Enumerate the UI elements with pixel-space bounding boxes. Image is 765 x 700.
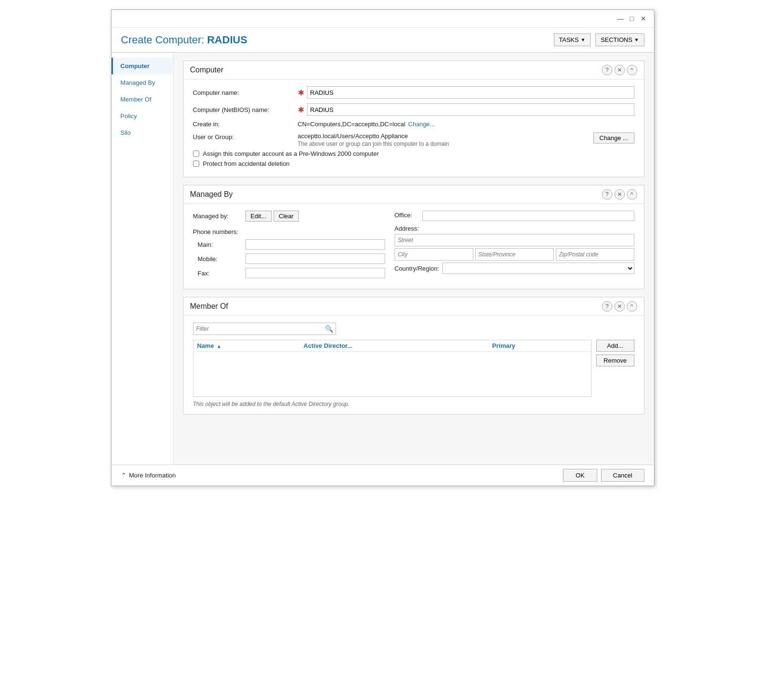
title-prefix: Create Computer:: [121, 34, 207, 46]
computer-name-label: Computer name:: [193, 89, 298, 96]
managed-by-section-body: Managed by: Edit... Clear Phone numbers:: [184, 204, 644, 289]
titlebar: — □ ✕: [112, 10, 654, 28]
phone-numbers-section: Phone numbers: Main: Mobile:: [193, 228, 385, 278]
computer-name-input[interactable]: [307, 86, 634, 99]
managed-by-edit-button[interactable]: Edit...: [245, 211, 272, 222]
country-select[interactable]: [442, 263, 634, 274]
phone-numbers-header: Phone numbers:: [193, 228, 385, 235]
main-phone-row: Main:: [193, 239, 385, 250]
checkbox2-row: Protect from accidental deletion: [193, 160, 634, 167]
computer-help-icon[interactable]: ?: [602, 65, 612, 75]
member-table: Name ▲ Active Director... Primary: [194, 340, 591, 352]
tasks-button[interactable]: TASKS ▼: [554, 33, 591, 46]
close-button[interactable]: ✕: [638, 13, 649, 24]
sidebar-item-silo[interactable]: Silo: [112, 124, 173, 141]
cancel-button[interactable]: Cancel: [601, 469, 644, 482]
managed-by-close-icon[interactable]: ✕: [614, 189, 625, 200]
mobile-phone-row: Mobile:: [193, 254, 385, 264]
member-of-help-icon[interactable]: ?: [602, 301, 612, 312]
more-info[interactable]: ⌃ More Information: [121, 472, 176, 479]
ok-button[interactable]: OK: [563, 469, 597, 482]
checkbox1-row: Assign this computer account as a Pre-Wi…: [193, 150, 634, 157]
create-in-value: CN=Computers,DC=acceptto,DC=local: [298, 121, 406, 128]
sections-label: SECTIONS: [601, 36, 632, 43]
office-input[interactable]: [422, 211, 634, 221]
computer-section-body: Computer name: ✱ Computer (NetBIOS) name…: [184, 80, 644, 177]
netbios-label: Computer (NetBIOS) name:: [193, 106, 298, 113]
tasks-label: TASKS: [559, 36, 579, 43]
main-phone-input[interactable]: [245, 239, 385, 250]
managed-by-label: Managed by:: [193, 213, 245, 220]
user-group-change-button[interactable]: Change ...: [593, 132, 634, 143]
phone-numbers-label: Phone numbers:: [193, 228, 245, 235]
member-of-section-body: 🔍 Name ▲: [184, 316, 644, 414]
footer: ⌃ More Information OK Cancel: [112, 465, 654, 486]
state-input[interactable]: [475, 248, 554, 261]
col-name-header[interactable]: Name ▲: [194, 340, 300, 352]
create-in-row: Create in: CN=Computers,DC=acceptto,DC=l…: [193, 121, 634, 128]
sections-button[interactable]: SECTIONS ▼: [595, 33, 644, 46]
member-note: This object will be added to the default…: [193, 401, 634, 407]
content-area: Computer ? ✕ ^ Computer name: ✱: [173, 53, 654, 465]
maximize-button[interactable]: □: [626, 13, 638, 24]
fax-row: Fax:: [193, 268, 385, 278]
sidebar-item-member-of[interactable]: Member Of: [112, 91, 173, 108]
managed-by-title: Managed By: [190, 190, 233, 199]
city-input[interactable]: [395, 248, 473, 261]
computer-close-icon[interactable]: ✕: [614, 65, 625, 75]
col-ad-header[interactable]: Active Director...: [300, 340, 489, 352]
user-group-value: acceptto.local/Users/Acceptto Appliance: [298, 132, 449, 140]
protect-checkbox[interactable]: [193, 161, 199, 167]
fax-input[interactable]: [245, 268, 385, 278]
computer-section: Computer ? ✕ ^ Computer name: ✱: [183, 61, 644, 177]
zip-input[interactable]: [556, 248, 634, 261]
pre-windows-label: Assign this computer account as a Pre-Wi…: [203, 150, 379, 157]
managed-by-section: Managed By ? ✕ ^ Managed by:: [183, 185, 644, 289]
computer-section-title: Computer: [190, 66, 224, 74]
member-of-section-header: Member Of ? ✕ ^: [184, 297, 644, 316]
sidebar-item-managed-by[interactable]: Managed By: [112, 74, 173, 91]
search-icon: 🔍: [325, 325, 333, 333]
sidebar-item-computer[interactable]: Computer: [112, 58, 173, 74]
mobile-phone-input[interactable]: [245, 254, 385, 264]
computer-section-icons: ? ✕ ^: [602, 65, 637, 75]
mobile-label: Mobile:: [193, 255, 245, 263]
country-label: Country/Region:: [395, 265, 442, 272]
address-section: Address: Country/Region:: [395, 225, 634, 274]
member-table-wrap: Name ▲ Active Director... Primary: [193, 340, 592, 397]
table-header-row: Name ▲ Active Director... Primary: [194, 340, 591, 352]
fax-label: Fax:: [193, 270, 245, 277]
pre-windows-checkbox[interactable]: [193, 151, 199, 157]
create-in-label: Create in:: [193, 121, 298, 128]
remove-button[interactable]: Remove: [596, 355, 634, 366]
managed-by-left: Managed by: Edit... Clear Phone numbers:: [193, 211, 395, 282]
create-in-change-link[interactable]: Change...: [408, 121, 435, 128]
sidebar: Computer Managed By Member Of Policy Sil…: [112, 53, 173, 465]
managed-by-collapse-icon[interactable]: ^: [627, 189, 637, 200]
col-primary-header[interactable]: Primary: [489, 340, 591, 352]
member-of-collapse-icon[interactable]: ^: [627, 301, 637, 312]
street-input[interactable]: [395, 234, 634, 246]
filter-input[interactable]: [193, 323, 336, 335]
user-group-row: User or Group: acceptto.local/Users/Acce…: [193, 132, 634, 147]
more-info-label: More Information: [129, 472, 176, 479]
managed-by-help-icon[interactable]: ?: [602, 189, 612, 200]
computer-name-row: Computer name: ✱: [193, 86, 634, 99]
minimize-button[interactable]: —: [615, 13, 626, 24]
computer-collapse-icon[interactable]: ^: [627, 65, 637, 75]
add-button[interactable]: Add...: [596, 340, 634, 352]
netbios-required: ✱: [298, 105, 304, 114]
user-group-right: acceptto.local/Users/Acceptto Appliance …: [298, 132, 634, 147]
member-of-buttons: Add... Remove: [596, 340, 634, 397]
managed-by-edit-btns: Edit... Clear: [245, 211, 299, 222]
managed-by-clear-button[interactable]: Clear: [274, 211, 299, 222]
header: Create Computer: RADIUS TASKS ▼ SECTIONS…: [112, 28, 654, 53]
member-of-section: Member Of ? ✕ ^ 🔍: [183, 297, 644, 415]
netbios-input[interactable]: [307, 103, 634, 116]
title-suffix: RADIUS: [207, 34, 247, 46]
sidebar-item-policy[interactable]: Policy: [112, 108, 173, 124]
tasks-dropdown-arrow: ▼: [581, 37, 585, 42]
managed-by-grid: Managed by: Edit... Clear Phone numbers:: [193, 211, 634, 282]
member-of-close-icon[interactable]: ✕: [614, 301, 625, 312]
computer-name-required: ✱: [298, 88, 304, 97]
